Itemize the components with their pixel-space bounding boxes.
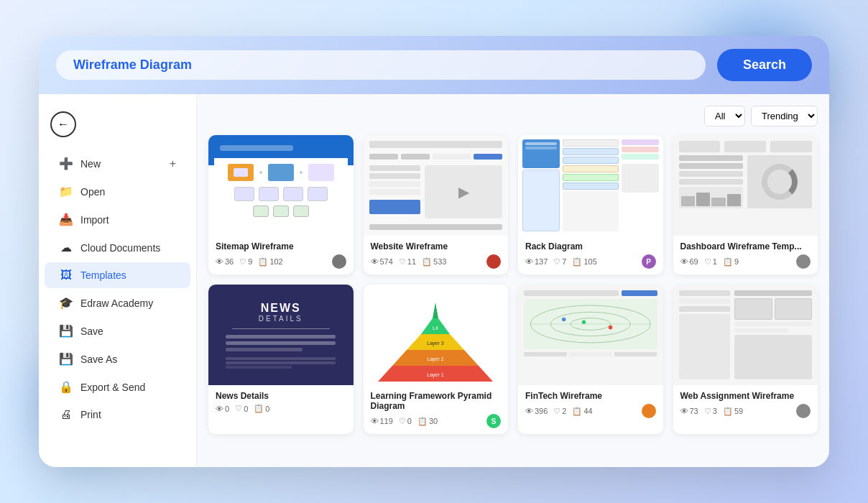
svg-point-15	[582, 320, 586, 324]
search-button[interactable]: Search	[717, 49, 812, 81]
sidebar-item-academy[interactable]: 🎓 Edraw Academy	[45, 290, 190, 316]
category-filter[interactable]: All	[704, 106, 745, 126]
thumb-website: ▶	[364, 135, 509, 236]
sidebar-item-open[interactable]: 📁 Open	[45, 178, 190, 205]
likes-rack: ♡ 7	[553, 257, 566, 267]
sidebar: ← ➕ New + 📁 Open 📥 Import ☁ Cloud Docume…	[39, 94, 197, 467]
template-card-news[interactable]: NEWS DETAILS	[208, 285, 354, 434]
export-icon: 🔒	[59, 380, 73, 394]
template-name-fintech: FinTech Wireframe	[525, 391, 656, 401]
content-area: All Trending	[197, 94, 829, 467]
svg-text:Layer 3: Layer 3	[428, 341, 444, 346]
template-name-sitemap: Sitemap Wireframe	[216, 241, 346, 251]
likes-fintech: ♡ 2	[553, 407, 566, 416]
template-info-rack: Rack Diagram 👁 137 ♡ 7 📋 105 P	[518, 236, 663, 274]
template-name-website: Website Wireframe	[371, 241, 502, 251]
views-pyramid: 👁 119	[371, 417, 393, 425]
save-icon: 💾	[59, 324, 73, 338]
new-icon: ➕	[59, 157, 73, 170]
avatar-fintech	[642, 404, 656, 418]
sort-filter[interactable]: Trending	[751, 106, 818, 126]
top-bar: Search	[39, 36, 829, 94]
template-info-pyramid: Learning Framework Pyramid Diagram 👁 119…	[364, 385, 509, 434]
template-stats-pyramid: 👁 119 ♡ 0 📋 30 S	[371, 414, 502, 428]
pyramid-svg: Layer 1 Layer 2 Layer 3 L4	[378, 288, 493, 382]
copies-fintech: 📋 44	[572, 407, 592, 416]
avatar-sitemap	[332, 254, 346, 269]
back-button[interactable]: ←	[50, 111, 76, 137]
academy-icon: 🎓	[59, 296, 73, 310]
template-name-news: News Details	[216, 391, 346, 401]
template-info-sitemap: Sitemap Wireframe 👁 36 ♡ 9 📋 102	[208, 236, 354, 274]
template-info-dashboard: Dashboard Wireframe Temp... 👁 69 ♡ 1 📋 9	[673, 236, 818, 274]
copies-sitemap: 📋 102	[258, 257, 282, 267]
template-card-rack[interactable]: Rack Diagram 👁 137 ♡ 7 📋 105 P	[518, 135, 663, 274]
copies-pyramid: 📋 30	[417, 417, 438, 426]
thumb-dashboard	[673, 135, 818, 236]
sidebar-label-templates: Templates	[80, 269, 126, 281]
sidebar-item-print[interactable]: 🖨 Print	[45, 402, 190, 428]
template-stats-dashboard: 👁 69 ♡ 1 📋 9	[680, 254, 811, 269]
svg-marker-8	[433, 303, 438, 318]
template-card-webassign[interactable]: Web Assignment Wireframe 👁 73 ♡ 3 📋 59	[673, 285, 818, 434]
template-name-dashboard: Dashboard Wireframe Temp...	[680, 241, 811, 251]
main-content: ← ➕ New + 📁 Open 📥 Import ☁ Cloud Docume…	[39, 94, 829, 467]
svg-point-13	[562, 318, 566, 322]
sidebar-label-new: New	[80, 158, 101, 170]
sidebar-label-open: Open	[80, 186, 105, 198]
copies-news: 📋 0	[254, 404, 269, 413]
template-stats-rack: 👁 137 ♡ 7 📋 105 P	[525, 254, 656, 269]
filter-bar: All Trending	[208, 106, 818, 126]
sidebar-item-new[interactable]: ➕ New +	[45, 150, 190, 177]
svg-point-14	[609, 326, 613, 330]
sidebar-item-export[interactable]: 🔒 Export & Send	[45, 374, 190, 400]
avatar-rack: P	[642, 254, 656, 269]
thumb-webassign	[673, 285, 818, 385]
template-stats-webassign: 👁 73 ♡ 3 📋 59	[680, 404, 811, 418]
svg-text:L4: L4	[433, 326, 438, 331]
sidebar-item-cloud[interactable]: ☁ Cloud Documents	[45, 234, 190, 261]
template-info-webassign: Web Assignment Wireframe 👁 73 ♡ 3 📋 59	[673, 385, 818, 424]
likes-sitemap: ♡ 9	[239, 257, 252, 267]
sidebar-label-cloud: Cloud Documents	[80, 242, 160, 254]
sidebar-label-saveas: Save As	[80, 354, 117, 365]
likes-news: ♡ 0	[235, 404, 248, 413]
likes-website: ♡ 11	[399, 257, 416, 267]
template-name-rack: Rack Diagram	[525, 241, 656, 251]
template-grid: Sitemap Wireframe 👁 36 ♡ 9 📋 102	[208, 135, 818, 434]
template-info-fintech: FinTech Wireframe 👁 396 ♡ 2 📋 44	[518, 385, 663, 424]
import-icon: 📥	[59, 213, 73, 226]
template-card-pyramid[interactable]: Layer 1 Layer 2 Layer 3 L4 Learning Fram…	[364, 285, 509, 434]
sidebar-item-saveas[interactable]: 💾 Save As	[45, 346, 190, 372]
template-name-pyramid: Learning Framework Pyramid Diagram	[371, 391, 502, 411]
avatar-dashboard	[796, 254, 811, 269]
search-input[interactable]	[73, 57, 688, 73]
template-card-website[interactable]: ▶ Website Wireframe 👁 574 ♡ 11 📋 533	[364, 135, 509, 274]
views-rack: 👁 137	[525, 257, 548, 266]
views-fintech: 👁 396	[525, 407, 548, 415]
template-card-fintech[interactable]: FinTech Wireframe 👁 396 ♡ 2 📋 44	[518, 285, 663, 434]
avatar-website	[486, 254, 501, 269]
open-icon: 📁	[59, 185, 73, 198]
template-stats-fintech: 👁 396 ♡ 2 📋 44	[525, 404, 656, 418]
sidebar-label-print: Print	[80, 409, 101, 420]
avatar-webassign	[796, 404, 811, 418]
template-card-sitemap[interactable]: Sitemap Wireframe 👁 36 ♡ 9 📋 102	[208, 135, 354, 274]
views-website: 👁 574	[371, 257, 393, 266]
likes-dashboard: ♡ 1	[704, 257, 717, 267]
copies-website: 📋 533	[422, 257, 446, 267]
sidebar-item-templates[interactable]: 🖼 Templates	[45, 262, 190, 288]
main-window: Search ← ➕ New + 📁 Open 📥 Import ☁ Cloud…	[39, 36, 829, 467]
template-info-news: News Details 👁 0 ♡ 0 📋 0	[208, 385, 354, 419]
template-stats-sitemap: 👁 36 ♡ 9 📋 102	[216, 254, 346, 269]
new-plus-icon[interactable]: +	[170, 157, 176, 170]
search-input-wrapper[interactable]	[56, 50, 706, 80]
sidebar-item-import[interactable]: 📥 Import	[45, 206, 190, 233]
cloud-icon: ☁	[59, 241, 73, 254]
template-card-dashboard[interactable]: Dashboard Wireframe Temp... 👁 69 ♡ 1 📋 9	[673, 135, 818, 274]
views-webassign: 👁 73	[680, 407, 698, 415]
sidebar-item-save[interactable]: 💾 Save	[45, 318, 190, 344]
avatar-pyramid: S	[486, 414, 501, 428]
svg-text:Layer 1: Layer 1	[428, 372, 444, 378]
saveas-icon: 💾	[59, 352, 73, 366]
